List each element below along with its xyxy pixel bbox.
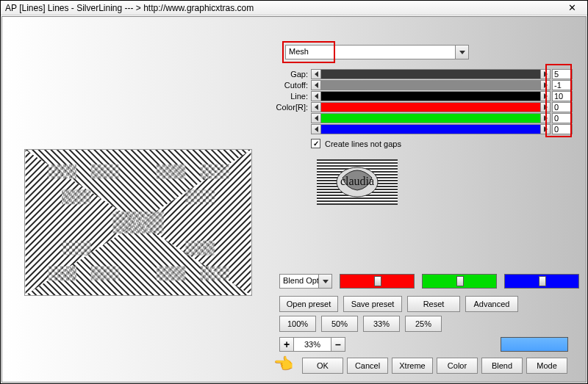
preview-panel xyxy=(24,149,252,296)
svg-text:claudia: claudia xyxy=(340,175,374,187)
increment-button[interactable] xyxy=(540,91,551,101)
svg-rect-16 xyxy=(62,189,91,204)
svg-rect-23 xyxy=(157,266,186,280)
mode-button[interactable]: Mode xyxy=(526,358,567,374)
slider-value[interactable]: 0 xyxy=(552,124,573,134)
slider-value[interactable]: 0 xyxy=(552,113,573,123)
slider-label: Color[R]: xyxy=(267,103,311,112)
chevron-down-icon xyxy=(456,45,469,59)
decrement-button[interactable] xyxy=(311,91,321,101)
decrement-button[interactable] xyxy=(311,102,321,112)
svg-rect-21 xyxy=(47,266,76,280)
open-preset-button[interactable]: Open preset xyxy=(279,296,338,312)
window-title: AP [Lines] Lines - SilverLining --- > ht… xyxy=(5,3,561,13)
svg-rect-20 xyxy=(185,241,215,256)
pointing-hand-icon: 👉 xyxy=(274,355,294,374)
zoom-50-button[interactable]: 50% xyxy=(321,316,358,332)
slider-track[interactable] xyxy=(321,69,540,79)
decrement-button[interactable] xyxy=(311,124,321,134)
dropdown-value: Mesh xyxy=(285,45,456,59)
plugin-window: AP [Lines] Lines - SilverLining --- > ht… xyxy=(0,0,588,384)
checkbox-icon: ✓ xyxy=(311,139,320,148)
slider-value[interactable]: -1 xyxy=(552,80,573,90)
blend-slider-blue[interactable] xyxy=(504,274,579,289)
color-swatch[interactable] xyxy=(501,337,568,352)
svg-rect-15 xyxy=(200,164,229,179)
slider-track[interactable] xyxy=(321,91,540,101)
blend-row: Blend Option xyxy=(279,274,579,289)
slider-track[interactable] xyxy=(321,113,540,123)
slider-row-gap: Gap: 5 xyxy=(267,68,573,79)
decrement-button[interactable] xyxy=(311,69,321,79)
slider-row-color-r: Color[R]: 0 xyxy=(267,101,573,112)
slider-value[interactable]: 10 xyxy=(552,91,573,101)
slider-thumb xyxy=(539,276,546,286)
create-lines-checkbox[interactable]: ✓ Create lines not gaps xyxy=(311,139,401,148)
svg-rect-12 xyxy=(47,164,76,179)
slider-thumb xyxy=(456,276,464,286)
blend-slider-green[interactable] xyxy=(422,274,497,289)
zoom-value[interactable]: 33% xyxy=(294,337,331,352)
close-button[interactable]: ✕ xyxy=(561,1,583,15)
svg-rect-14 xyxy=(157,164,186,179)
increment-button[interactable] xyxy=(540,80,551,90)
slider-label: Cutoff: xyxy=(267,81,311,90)
zoom-preset-buttons: 100% 50% 33% 25% xyxy=(279,316,442,332)
slider-row-line: Line: 10 xyxy=(267,90,573,101)
preset-buttons: Open preset Save preset Reset Advanced xyxy=(279,296,518,312)
advanced-button[interactable]: Advanced xyxy=(465,296,518,312)
slider-row-color-g: 0 xyxy=(267,112,573,123)
slider-track[interactable] xyxy=(321,102,540,112)
titlebar: AP [Lines] Lines - SilverLining --- > ht… xyxy=(1,1,587,15)
decrement-button[interactable] xyxy=(311,80,321,90)
ok-button[interactable]: OK xyxy=(302,358,343,374)
save-preset-button[interactable]: Save preset xyxy=(343,296,402,312)
reset-button[interactable]: Reset xyxy=(407,296,460,312)
zoom-in-button[interactable]: + xyxy=(279,337,294,352)
blend-option-dropdown[interactable]: Blend Option xyxy=(279,274,332,289)
dialog-buttons: OK Cancel Xtreme Color Blend Mode xyxy=(302,358,567,374)
zoom-25-button[interactable]: 25% xyxy=(405,316,442,332)
chevron-down-icon xyxy=(319,274,332,289)
slider-track[interactable] xyxy=(321,124,540,134)
increment-button[interactable] xyxy=(540,69,551,79)
svg-rect-17 xyxy=(185,189,215,204)
checkbox-label: Create lines not gaps xyxy=(325,140,401,148)
svg-rect-24 xyxy=(200,266,229,280)
slider-thumb xyxy=(374,276,381,286)
slider-label: Line: xyxy=(267,92,311,101)
blend-slider-red[interactable] xyxy=(340,274,415,289)
slider-track[interactable] xyxy=(321,80,540,90)
slider-row-color-b: 0 xyxy=(267,123,573,134)
zoom-out-button[interactable]: – xyxy=(331,337,345,352)
svg-rect-18 xyxy=(112,211,163,233)
parameter-sliders: Gap: 5 Cutoff: -1 Line: 10 Co xyxy=(267,68,573,134)
color-button[interactable]: Color xyxy=(437,358,478,374)
svg-rect-22 xyxy=(91,266,121,280)
zoom-100-button[interactable]: 100% xyxy=(279,316,316,332)
svg-rect-13 xyxy=(91,164,121,179)
cancel-button[interactable]: Cancel xyxy=(347,358,388,374)
zoom-stepper: + 33% – xyxy=(279,337,345,352)
svg-rect-19 xyxy=(62,241,91,256)
increment-button[interactable] xyxy=(540,102,551,112)
dialog-body: Mesh Gap: 5 Cutoff: -1 Line: xyxy=(1,16,587,383)
decrement-button[interactable] xyxy=(311,113,321,123)
increment-button[interactable] xyxy=(540,113,551,123)
slider-value[interactable]: 5 xyxy=(552,69,573,79)
zoom-33-button[interactable]: 33% xyxy=(363,316,400,332)
watermark-logo: claudia xyxy=(317,159,398,205)
slider-label: Gap: xyxy=(267,70,311,79)
blend-button[interactable]: Blend xyxy=(481,358,523,374)
pattern-type-dropdown[interactable]: Mesh xyxy=(285,45,469,59)
slider-row-cutoff: Cutoff: -1 xyxy=(267,79,573,90)
preview-pattern xyxy=(25,150,251,295)
slider-value[interactable]: 0 xyxy=(552,102,573,112)
dropdown-value: Blend Option xyxy=(279,274,319,289)
increment-button[interactable] xyxy=(540,124,551,134)
xtreme-button[interactable]: Xtreme xyxy=(392,358,433,374)
